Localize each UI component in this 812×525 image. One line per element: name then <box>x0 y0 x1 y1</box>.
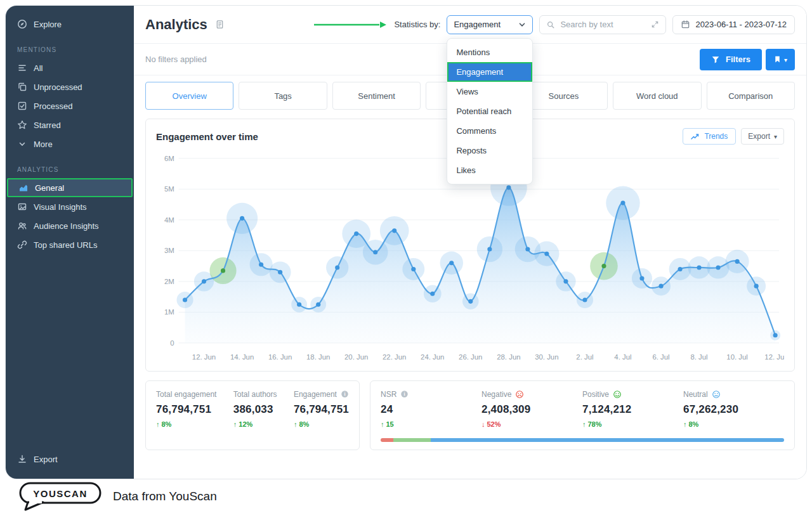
svg-text:6. Jul: 6. Jul <box>652 353 669 361</box>
svg-text:16. Jun: 16. Jun <box>268 353 292 361</box>
sidebar-item-label: Processed <box>34 101 72 111</box>
sidebar-item-label: Starred <box>34 120 61 130</box>
sidebar-item-unprocessed[interactable]: Unprocessed <box>6 77 134 96</box>
sentiment-bar-neutral <box>431 438 784 442</box>
filters-button[interactable]: Filters <box>700 49 762 70</box>
stat-delta: 8% <box>162 420 172 428</box>
sidebar-item-label: Export <box>34 455 58 464</box>
summary-stats: Total engagement 76,794,751 8% Total aut… <box>145 380 795 450</box>
dropdown-item-comments[interactable]: Comments <box>447 121 532 141</box>
filter-actions: Filters <box>700 49 795 70</box>
tab-overview[interactable]: Overview <box>145 82 233 110</box>
date-range-picker[interactable]: 2023-06-11 - 2023-07-12 <box>672 15 795 34</box>
svg-text:6M: 6M <box>164 155 174 162</box>
stat-positive: Positive 7,124,212 78% <box>582 390 683 428</box>
svg-text:20. Jun: 20. Jun <box>344 353 368 361</box>
youscan-logo: YOUSCAN <box>19 482 103 511</box>
sidebar-item-visual-insights[interactable]: Visual Insights <box>6 197 134 216</box>
tab-label: Comparison <box>728 91 773 101</box>
sidebar-item-more[interactable]: More <box>6 134 134 153</box>
bookmark-button[interactable] <box>766 49 795 70</box>
svg-text:26. Jun: 26. Jun <box>459 353 482 361</box>
stat-negative: Negative 2,408,309 52% <box>481 390 582 428</box>
dropdown-item-likes[interactable]: Likes <box>447 160 532 180</box>
dropdown-item-engagement[interactable]: Engagement <box>447 62 532 82</box>
stat-label: Neutral <box>683 390 708 399</box>
download-icon <box>17 454 27 464</box>
tab-comparison[interactable]: Comparison <box>707 82 795 110</box>
stat-value: 24 <box>381 403 481 416</box>
stat-delta: 8% <box>299 420 309 428</box>
arrow-up-icon <box>683 420 687 428</box>
sidebar-item-processed[interactable]: Processed <box>6 96 134 115</box>
sidebar-item-label: All <box>34 63 43 73</box>
date-range-value: 2023-06-11 - 2023-07-12 <box>695 20 787 29</box>
sidebar-item-explore[interactable]: Explore <box>6 15 134 34</box>
tab-label: Tags <box>274 91 291 101</box>
sentiment-distribution-bar <box>381 438 784 442</box>
report-icon[interactable] <box>215 20 225 29</box>
sidebar-item-label: Top shared URLs <box>34 240 97 250</box>
sidebar-item-starred[interactable]: Starred <box>6 115 134 134</box>
dropdown-item-views[interactable]: Views <box>447 82 532 101</box>
sidebar-item-audience-insights[interactable]: Audience Insights <box>6 216 134 235</box>
dropdown-item-reposts[interactable]: Reposts <box>447 141 532 160</box>
neutral-face-icon <box>712 390 721 399</box>
dropdown-item-potential-reach[interactable]: Potential reach <box>447 101 532 121</box>
footer: YOUSCAN Data from YouScan <box>19 482 217 511</box>
stat-label: Total authors <box>233 390 277 399</box>
footer-caption: Data from YouScan <box>113 489 217 503</box>
tab-sentiment[interactable]: Sentiment <box>332 82 421 110</box>
link-icon <box>17 240 27 250</box>
sidebar: Explore MENTIONS All Unprocessed Process… <box>6 6 134 479</box>
filters-button-label: Filters <box>726 55 750 64</box>
sidebar-item-label: Audience Insights <box>34 221 99 231</box>
sidebar-item-label: More <box>34 139 53 149</box>
filter-status: No filters applied <box>145 55 207 64</box>
sidebar-item-general[interactable]: General <box>7 178 133 197</box>
annotation-arrow <box>313 20 388 29</box>
arrow-down-icon <box>481 420 485 428</box>
info-icon[interactable]: i <box>400 390 409 398</box>
trends-button[interactable]: Trends <box>683 128 736 145</box>
tab-word-cloud[interactable]: Word cloud <box>613 82 701 110</box>
svg-text:14. Jun: 14. Jun <box>230 353 254 361</box>
funnel-icon <box>711 55 720 64</box>
svg-text:10. Jul: 10. Jul <box>726 353 748 361</box>
arrow-up-icon <box>156 420 160 428</box>
svg-text:i: i <box>404 391 405 397</box>
search-icon <box>546 20 555 29</box>
svg-text:30. Jun: 30. Jun <box>535 353 558 361</box>
svg-text:22. Jun: 22. Jun <box>383 353 406 361</box>
caret-down-icon <box>784 55 787 64</box>
users-icon <box>17 221 27 231</box>
copy-icon <box>17 82 27 92</box>
chart-export-button[interactable]: Export <box>741 128 784 145</box>
sidebar-item-export[interactable]: Export <box>6 450 134 469</box>
tab-tags[interactable]: Tags <box>239 82 327 110</box>
stat-total-authors: Total authors 386,033 12% <box>233 390 277 442</box>
sidebar-item-top-shared-urls[interactable]: Top shared URLs <box>6 235 134 254</box>
sidebar-section-analytics: ANALYTICS <box>6 153 134 178</box>
sidebar-item-label: General <box>35 183 64 193</box>
sidebar-item-all[interactable]: All <box>6 58 134 77</box>
search-input[interactable] <box>560 20 646 29</box>
stat-value: 76,794,751 <box>294 403 349 416</box>
statistics-by-label: Statistics by: <box>394 20 440 29</box>
dropdown-item-mentions[interactable]: Mentions <box>447 42 532 62</box>
statistics-select[interactable]: Engagement <box>447 15 533 34</box>
stat-value: 2,408,309 <box>481 403 582 416</box>
stat-total-engagement: Total engagement 76,794,751 8% <box>156 390 216 442</box>
stat-label: Negative <box>481 390 511 399</box>
statistics-dropdown-menu: Mentions Engagement Views Potential reac… <box>447 38 533 185</box>
stat-delta: 78% <box>588 420 602 428</box>
chart-title: Engagement over time <box>156 131 258 142</box>
info-icon[interactable]: i <box>341 390 349 398</box>
app-window: Explore MENTIONS All Unprocessed Process… <box>5 5 807 479</box>
svg-text:8. Jul: 8. Jul <box>690 353 707 361</box>
stat-label: Positive <box>582 390 609 399</box>
sentiment-stats-card: NSR i 24 15 Negative 2,408,309 52% <box>370 380 795 450</box>
stat-label: Total engagement <box>156 390 216 399</box>
expand-icon[interactable] <box>651 20 659 29</box>
caret-down-icon <box>774 132 777 141</box>
